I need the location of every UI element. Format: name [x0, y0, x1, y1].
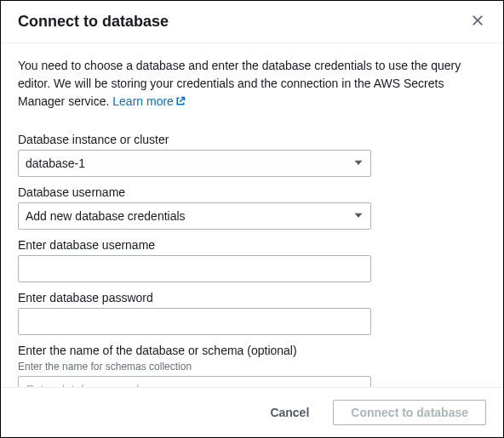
username-input-group: Enter database username — [18, 238, 486, 282]
instance-select[interactable]: database-1 — [18, 150, 371, 177]
instance-label: Database instance or cluster — [18, 133, 486, 146]
connect-button[interactable]: Connect to database — [333, 400, 486, 425]
schema-input-label: Enter the name of the database or schema… — [18, 344, 486, 357]
learn-more-link[interactable]: Learn more — [112, 94, 186, 108]
learn-more-text: Learn more — [112, 94, 174, 108]
caret-down-icon — [353, 156, 364, 170]
username-input[interactable] — [18, 255, 371, 282]
close-icon — [472, 14, 484, 29]
caret-down-icon — [353, 209, 364, 223]
external-link-icon — [174, 94, 186, 108]
instance-group: Database instance or cluster database-1 — [18, 133, 486, 177]
svg-marker-3 — [355, 213, 363, 218]
schema-input-hint: Enter the name for schemas collection — [18, 361, 486, 373]
username-selected-value: Add new database credentials — [26, 209, 186, 223]
schema-input-group: Enter the name of the database or schema… — [18, 344, 486, 387]
username-select[interactable]: Add new database credentials — [18, 202, 371, 230]
modal-header: Connect to database — [1, 1, 503, 43]
username-select-label: Database username — [18, 185, 486, 199]
modal-title: Connect to database — [18, 13, 169, 31]
password-input-group: Enter database password — [18, 291, 486, 335]
close-button[interactable] — [469, 14, 486, 31]
modal-description: You need to choose a database and enter … — [18, 57, 486, 111]
password-input[interactable] — [18, 308, 371, 335]
instance-selected-value: database-1 — [26, 156, 85, 170]
username-select-group: Database username Add new database crede… — [18, 185, 486, 230]
description-text: You need to choose a database and enter … — [18, 59, 461, 108]
modal-footer: Cancel Connect to database — [1, 387, 503, 437]
svg-marker-2 — [355, 161, 363, 165]
username-input-label: Enter database username — [18, 238, 486, 252]
schema-input[interactable] — [18, 376, 371, 387]
cancel-button[interactable]: Cancel — [253, 401, 326, 424]
connect-database-modal: Connect to database You need to choose a… — [1, 1, 503, 437]
password-input-label: Enter database password — [18, 291, 486, 304]
modal-body: You need to choose a database and enter … — [1, 43, 503, 387]
